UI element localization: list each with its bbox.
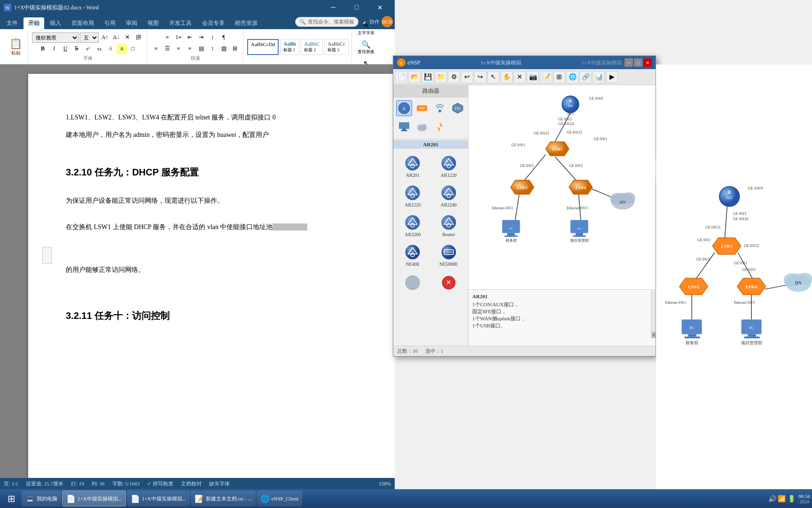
device-type-wireless[interactable]	[432, 100, 448, 116]
word-minimize-btn[interactable]: ─	[322, 1, 344, 14]
font-size-selector[interactable]: 五号	[80, 32, 99, 43]
ensp-minimize[interactable]: ─	[625, 58, 633, 67]
doc-text-3: 为保证用户设备能正常访问网络，现需进行以下操作。	[66, 195, 376, 206]
ensp-redo-btn[interactable]: ↪	[474, 71, 486, 83]
system-clock: 00:56 2024	[798, 493, 810, 504]
font-name-selector[interactable]: 微软雅黑	[32, 32, 79, 43]
line-spacing-btn[interactable]: ↕	[207, 44, 218, 54]
indent-decrease-btn[interactable]: ⇤	[185, 32, 195, 43]
italic-btn[interactable]: I	[49, 44, 59, 54]
ensp-cursor-btn[interactable]: ↖	[487, 71, 500, 83]
device-ar201[interactable]: AR201	[395, 152, 430, 180]
tab-home[interactable]: 开始	[23, 17, 44, 29]
tab-member[interactable]: 会员专享	[197, 17, 229, 29]
show-marks-btn[interactable]: ¶	[219, 32, 229, 43]
border-setting-btn[interactable]: ⊞	[230, 44, 240, 54]
ensp-topology-btn[interactable]: 🔗	[579, 71, 592, 83]
highlight-btn[interactable]: A	[117, 44, 127, 54]
ensp-capture-btn[interactable]: 📷	[527, 71, 539, 83]
clear-format-btn[interactable]: ✕	[122, 32, 133, 43]
taskbar-item-ensp[interactable]: 🌐 eNSP_Client	[257, 491, 302, 507]
device-type-security[interactable]: FW	[450, 100, 466, 116]
ensp-close[interactable]: ✕	[643, 58, 652, 67]
ensp-new-btn[interactable]: 📄	[395, 71, 407, 83]
taskbar-start-btn[interactable]: ⊞	[2, 490, 21, 507]
align-right-btn[interactable]: ≡	[173, 44, 184, 54]
search-box[interactable]: 🔍 查找命令、搜索模板	[295, 17, 359, 27]
superscript-btn[interactable]: x²	[83, 44, 93, 54]
ensp-maximize[interactable]: □	[634, 58, 642, 67]
device-type-power[interactable]	[432, 119, 448, 135]
word-maximize-btn[interactable]: □	[346, 1, 367, 14]
align-center-btn[interactable]: ☰	[162, 44, 172, 54]
align-justify-btn[interactable]: ≡	[185, 44, 195, 54]
tab-dev[interactable]: 开发工具	[164, 17, 196, 29]
font-lib-btn[interactable]: Ａ 文字字库	[356, 19, 376, 37]
ensp-start-btn[interactable]: ▶	[606, 71, 618, 83]
tab-references[interactable]: 引用	[100, 17, 120, 29]
device-type-switch[interactable]: SW	[414, 100, 430, 116]
ensp-diagram-btn[interactable]: 📊	[593, 71, 605, 83]
underline-btn[interactable]: U	[60, 44, 70, 54]
sort-btn[interactable]: ↕	[207, 32, 218, 43]
bold-btn[interactable]: B	[38, 44, 48, 54]
ensp-hand-btn[interactable]: ✋	[500, 71, 513, 83]
tab-insert[interactable]: 插入	[45, 17, 66, 29]
device-type-cloud[interactable]	[414, 119, 430, 135]
paste-btn[interactable]: 📋 粘贴	[7, 36, 25, 58]
word-close-btn[interactable]: ✕	[369, 1, 391, 14]
device-ne5000e[interactable]: NE5000E	[431, 241, 467, 269]
ensp-open-btn[interactable]: 📂	[408, 71, 421, 83]
taskbar-item-word1[interactable]: 📄 1+X中级实操模拟...	[62, 491, 126, 507]
ensp-settings-btn[interactable]: ⚙	[448, 71, 460, 83]
ensp-network-btn[interactable]: 🌐	[566, 71, 578, 83]
tab-layout[interactable]: 页面布局	[67, 17, 99, 29]
list-ordered-btn[interactable]: 1≡	[173, 32, 184, 43]
ensp-notes-btn[interactable]: 📝	[540, 71, 552, 83]
style-h1[interactable]: AaBb标题 1	[280, 39, 299, 55]
tab-file[interactable]: 文件	[2, 17, 23, 29]
font-decrease-btn[interactable]: A↓	[111, 32, 121, 43]
ensp-canvas[interactable]: R AR1 AR1 GE 0/0/0 GE 0/0/2 GE 0/0/24 GE…	[468, 85, 656, 289]
device-ar2240[interactable]: AR2240	[431, 182, 467, 210]
tab-view[interactable]: 视图	[143, 17, 164, 29]
ensp-undo-btn[interactable]: ↩	[461, 71, 473, 83]
device-type-pc[interactable]	[396, 119, 412, 135]
style-h3[interactable]: AaBbCc标题 3	[324, 39, 349, 55]
tab-resources[interactable]: 稻壳资源	[230, 17, 262, 29]
device-ar3260[interactable]: AR3260	[395, 212, 430, 239]
taskbar-item-word2[interactable]: 📄 1+X中级实操模拟...	[127, 491, 190, 507]
ensp-delete-btn[interactable]: ✕	[514, 71, 526, 83]
device-ar2220[interactable]: AR2220	[395, 182, 430, 210]
device-type-router[interactable]: R	[396, 100, 412, 116]
device-extra2[interactable]: ✕	[431, 272, 467, 294]
svg-text:SW: SW	[419, 106, 425, 111]
list-unordered-btn[interactable]: ≡	[162, 32, 172, 43]
taskbar-item-computer[interactable]: 💻 我的电脑	[22, 491, 61, 507]
ensp-save-btn[interactable]: 💾	[422, 71, 434, 83]
device-ne40e[interactable]: NE40E	[395, 241, 430, 269]
shading-btn[interactable]: ▧	[219, 44, 229, 54]
title-bar-controls: ─ □ ✕	[322, 1, 391, 14]
scroll-down-btn[interactable]: ▼	[652, 332, 656, 338]
ensp-table-btn[interactable]: ⊞	[553, 71, 565, 83]
tab-review[interactable]: 审阅	[121, 17, 142, 29]
ensp-saveas-btn[interactable]: 📁	[435, 71, 447, 83]
style-normal[interactable]: AaBbCcDd	[247, 39, 279, 55]
font-increase-btn[interactable]: A↑	[100, 32, 110, 43]
indent-increase-btn[interactable]: ⇥	[196, 32, 206, 43]
style-h2[interactable]: AaBbC标题 2	[301, 39, 323, 55]
border-btn[interactable]: □	[128, 44, 138, 54]
subscript-btn[interactable]: x₂	[94, 44, 104, 54]
col-btn[interactable]: ▤	[196, 44, 206, 54]
align-left-btn[interactable]: ≡	[151, 44, 161, 54]
device-router[interactable]: Router	[431, 212, 467, 239]
phonetic-btn[interactable]: 拼	[133, 32, 144, 43]
status-spellcheck[interactable]: ✓ 拼写检查	[147, 480, 173, 487]
strikethrough-btn[interactable]: S̶	[71, 44, 82, 54]
device-ar1220[interactable]: AR1220	[431, 152, 467, 180]
device-extra1[interactable]	[395, 272, 430, 294]
taskbar-item-notepad[interactable]: 📝 新建文本文档.txt - ...	[191, 491, 256, 507]
find-replace-btn[interactable]: 🔍 查找替换	[356, 39, 376, 56]
font-color-btn[interactable]: A	[105, 44, 116, 54]
